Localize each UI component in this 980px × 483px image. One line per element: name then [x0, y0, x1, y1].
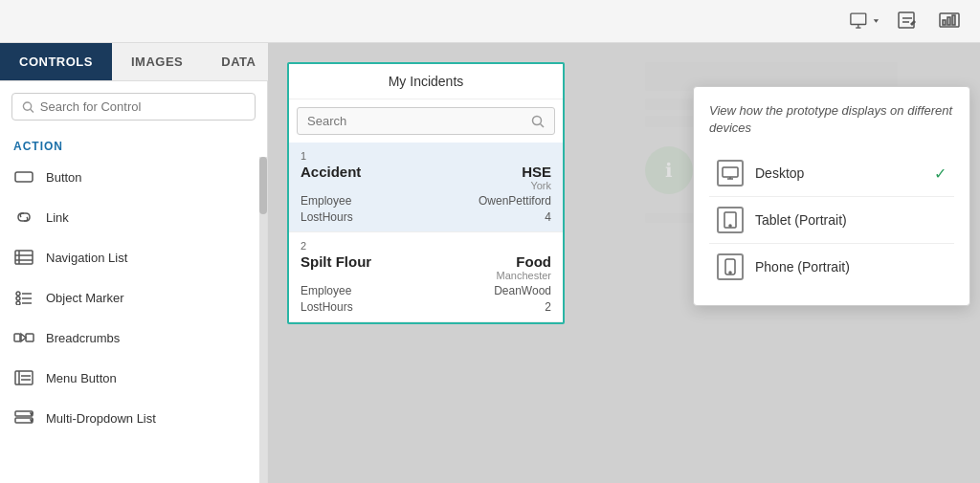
- incident-row-2: Spilt Flour Food Manchester: [301, 253, 551, 281]
- svg-point-35: [533, 116, 542, 124]
- scrollbar[interactable]: [259, 157, 267, 483]
- top-bar: [0, 0, 980, 43]
- incident-num-2: 2: [301, 240, 551, 252]
- center-content: My Incidents 1 Accident HSE York: [268, 43, 980, 483]
- svg-line-12: [31, 109, 33, 112]
- edit-icon[interactable]: [892, 6, 923, 36]
- svg-rect-24: [14, 334, 20, 341]
- svg-rect-4: [899, 12, 914, 28]
- incident-detail-1a: Employee OwenPettiford: [301, 194, 551, 208]
- incident-num-1: 1: [301, 150, 551, 162]
- incident-name-2: Spilt Flour: [301, 253, 371, 270]
- incident-cat-2: Food: [497, 253, 551, 270]
- main-layout: CONTROLS IMAGES DATA ACTION Button: [0, 43, 980, 483]
- controls-list: Button Link: [0, 157, 267, 483]
- control-label: Object Marker: [46, 291, 124, 305]
- svg-point-19: [16, 296, 20, 300]
- device-option-phone[interactable]: Phone (Portrait): [709, 244, 954, 290]
- svg-marker-32: [31, 413, 33, 415]
- svg-rect-10: [952, 15, 955, 25]
- incident-item-2[interactable]: 2 Spilt Flour Food Manchester Employee D…: [289, 232, 563, 322]
- svg-point-18: [16, 292, 20, 296]
- control-button[interactable]: Button: [0, 157, 267, 197]
- prototype-frame: My Incidents 1 Accident HSE York: [287, 62, 565, 324]
- control-menu-button[interactable]: Menu Button: [0, 358, 267, 398]
- tablet-icon: [717, 207, 744, 233]
- incident-detail-2b: LostHours 2: [301, 300, 551, 314]
- incident-cat-1: HSE: [522, 164, 551, 180]
- tab-data[interactable]: DATA: [202, 43, 275, 80]
- device-option-tablet[interactable]: Tablet (Portrait): [709, 197, 954, 244]
- search-icon: [22, 100, 34, 114]
- svg-rect-27: [15, 371, 33, 384]
- tab-images[interactable]: IMAGES: [112, 43, 202, 80]
- svg-rect-9: [947, 17, 950, 25]
- phone-icon: [717, 253, 744, 280]
- scrollbar-thumb: [259, 157, 267, 214]
- svg-point-23: [16, 301, 20, 305]
- svg-point-41: [729, 225, 731, 227]
- popup-description: View how the prototype displays on diffe…: [709, 102, 954, 137]
- frame-search-input[interactable]: [307, 114, 531, 128]
- control-label: Multi-Dropdown List: [46, 411, 156, 426]
- svg-rect-0: [851, 13, 866, 24]
- desktop-label: Desktop: [755, 165, 804, 181]
- tablet-label: Tablet (Portrait): [755, 212, 847, 228]
- control-label: Navigation List: [46, 251, 127, 265]
- nav-list-icon: [13, 247, 34, 268]
- phone-label: Phone (Portrait): [755, 259, 850, 274]
- control-multi-dropdown[interactable]: Multi-Dropdown List: [0, 398, 267, 438]
- incident-item-1[interactable]: 1 Accident HSE York Employee OwenPettifo…: [289, 143, 563, 232]
- svg-marker-3: [874, 19, 879, 23]
- desktop-icon: [717, 160, 744, 187]
- control-nav-list[interactable]: Navigation List: [0, 237, 267, 277]
- svg-rect-14: [15, 251, 33, 264]
- chart-icon[interactable]: [934, 6, 965, 36]
- tab-bar: CONTROLS IMAGES DATA: [0, 43, 267, 81]
- control-label: Menu Button: [46, 371, 117, 385]
- svg-rect-8: [943, 20, 946, 25]
- monitor-icon[interactable]: [850, 6, 880, 36]
- control-label: Link: [46, 210, 69, 225]
- svg-marker-34: [31, 420, 33, 422]
- incident-name-1: Accident: [301, 164, 361, 180]
- svg-point-11: [23, 101, 31, 109]
- breadcrumbs-icon: [13, 327, 34, 348]
- button-icon: [13, 166, 34, 187]
- frame-title: My Incidents: [289, 64, 563, 99]
- control-label: Breadcrumbs: [46, 331, 120, 345]
- device-popup: View how the prototype displays on diffe…: [693, 86, 970, 306]
- search-box: [11, 93, 256, 121]
- control-link[interactable]: Link: [0, 197, 267, 237]
- control-object-marker[interactable]: Object Marker: [0, 277, 267, 318]
- section-label: ACTION: [0, 132, 267, 157]
- control-label: Button: [46, 170, 82, 185]
- incident-detail-2a: Employee DeanWood: [301, 284, 551, 297]
- frame-search-box: [297, 107, 555, 135]
- object-marker-icon: [13, 287, 34, 308]
- svg-rect-13: [15, 172, 33, 182]
- incident-sub-1: York: [522, 180, 551, 191]
- incident-row-1: Accident HSE York: [301, 164, 551, 191]
- left-panel: CONTROLS IMAGES DATA ACTION Button: [0, 43, 268, 483]
- tab-controls[interactable]: CONTROLS: [0, 43, 112, 80]
- menu-button-icon: [13, 367, 34, 388]
- multi-dropdown-icon: [13, 407, 34, 428]
- link-icon: [13, 207, 34, 228]
- svg-rect-33: [15, 418, 33, 423]
- search-input[interactable]: [40, 99, 245, 114]
- incident-detail-1b: LostHours 4: [301, 210, 551, 224]
- desktop-check: ✓: [934, 165, 947, 183]
- device-option-desktop[interactable]: Desktop ✓: [709, 150, 954, 197]
- svg-rect-31: [15, 411, 33, 416]
- frame-search-icon: [531, 115, 545, 128]
- control-breadcrumbs[interactable]: Breadcrumbs: [0, 318, 267, 358]
- svg-point-43: [729, 272, 731, 274]
- svg-rect-37: [723, 167, 738, 177]
- incident-sub-2: Manchester: [497, 270, 551, 281]
- svg-line-36: [541, 123, 545, 127]
